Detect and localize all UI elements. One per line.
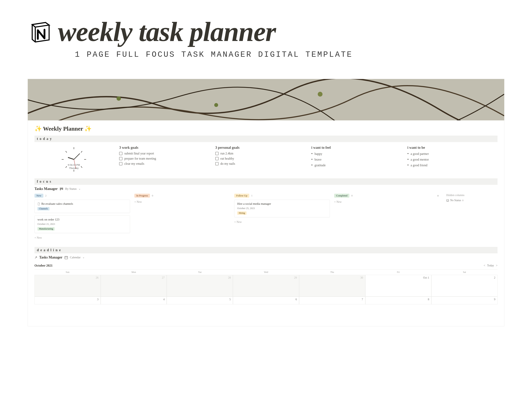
page-title[interactable]: ✨ Weekly Planner ✨	[34, 125, 498, 132]
svg-line-11	[81, 166, 82, 168]
tasks-db-title: Tasks Manager	[34, 187, 58, 191]
no-status-label: No Status	[450, 199, 461, 202]
calendar-day-header: Tue	[167, 270, 233, 275]
new-card-button[interactable]: + New	[234, 220, 330, 224]
calendar-cell[interactable]: 26	[34, 275, 101, 297]
bullet-item[interactable]: a good mentor	[407, 158, 496, 162]
bullet-text: gratitude	[315, 164, 326, 167]
calendar-cell[interactable]: 2	[431, 275, 498, 297]
calendar-day-header: Wed	[233, 270, 299, 275]
hidden-col-label: Hidden columns	[446, 194, 498, 197]
bullet-item[interactable]: brave	[311, 158, 399, 162]
today-col-feel: i want to feel happybravegratitude	[311, 146, 399, 170]
hidden-columns[interactable]: Hidden columnsNo Status 0	[446, 194, 498, 240]
clock-day: Thursday	[68, 166, 80, 170]
linked-db-icon	[34, 256, 37, 259]
page-icon	[38, 203, 40, 205]
checkbox-icon[interactable]	[119, 162, 122, 165]
tray-icon	[446, 199, 449, 202]
page-cover[interactable]	[28, 79, 504, 120]
calendar-view-label[interactable]: Calendar	[70, 256, 81, 259]
bullet-item[interactable]: a good friend	[407, 163, 496, 167]
new-card-button[interactable]: + New	[334, 200, 430, 204]
calendar-day-header: Thu	[299, 270, 365, 275]
board-card[interactable]: Hire a social media managerOctober 25, 2…	[234, 200, 330, 217]
add-column-button[interactable]: +	[434, 194, 442, 240]
card-date: October 25, 2021	[237, 207, 327, 210]
svg-line-8	[66, 151, 67, 152]
calendar-cell[interactable]: 7	[299, 297, 365, 304]
todo-item[interactable]: prepare for team meeting	[119, 157, 208, 160]
calendar-day-header: Sat	[431, 270, 498, 275]
calendar-cell[interactable]: 29	[233, 275, 299, 297]
chevron-down-icon[interactable]: ⌄	[82, 256, 84, 259]
feel-heading: i want to feel	[311, 146, 399, 150]
svg-rect-17	[62, 188, 63, 190]
status-count: 0	[351, 194, 353, 197]
deadline-db-header[interactable]: Tasks Manager Calendar ⌄	[34, 253, 498, 262]
status-pill[interactable]: Completed	[334, 194, 349, 198]
status-pill[interactable]: In Progress	[134, 194, 150, 198]
chevron-down-icon[interactable]: ⌄	[79, 187, 81, 190]
todo-item[interactable]: submit final year report	[119, 152, 208, 155]
page-title-text: Weekly Planner	[43, 125, 83, 132]
todo-item[interactable]: clear my emails	[119, 162, 208, 165]
todo-item[interactable]: eat healthy	[215, 157, 304, 160]
calendar-cell[interactable]: 3	[34, 297, 101, 304]
personal-goals-heading: 3 personal goals	[215, 146, 304, 150]
svg-line-9	[81, 151, 82, 152]
notion-logo-icon	[28, 19, 53, 44]
status-pill[interactable]: New	[34, 194, 43, 198]
todo-item[interactable]: do my nails	[215, 162, 304, 165]
board-view-icon	[60, 187, 63, 191]
status-pill[interactable]: Follow Up	[234, 194, 249, 198]
notion-page: ✨ Weekly Planner ✨ today	[28, 79, 504, 326]
section-today: today	[34, 136, 498, 142]
status-count: 2	[45, 194, 47, 197]
tasks-view-label[interactable]: By Status	[65, 187, 77, 190]
calendar-cell[interactable]: 9	[431, 297, 498, 304]
bullet-item[interactable]: a good partner	[407, 152, 496, 156]
hero-title: weekly task planner	[58, 16, 276, 47]
calendar-cell[interactable]: 4	[101, 297, 167, 304]
card-title: work on order 123	[38, 218, 59, 221]
new-card-button[interactable]: + New	[34, 235, 130, 240]
calendar-cell[interactable]: 27	[101, 275, 167, 297]
svg-line-13	[68, 158, 74, 159]
calendar-day-header: Mon	[101, 270, 167, 275]
be-heading: i want to be	[407, 146, 496, 150]
hero-title-row: weekly task planner	[28, 16, 504, 47]
calendar-cell[interactable]: 6	[233, 297, 299, 304]
card-tag: Hiring	[237, 211, 247, 215]
svg-line-12	[74, 153, 80, 159]
checkbox-icon[interactable]	[119, 152, 122, 155]
calendar-next[interactable]: >	[496, 264, 498, 267]
calendar-today-button[interactable]: Today	[487, 264, 494, 267]
bullet-text: a good mentor	[411, 158, 429, 161]
checkbox-icon[interactable]	[119, 157, 122, 160]
board-card[interactable]: Re-evaluate sales channelsChannels	[34, 200, 130, 213]
checkbox-icon[interactable]	[215, 157, 219, 160]
calendar-cell[interactable]: 5	[167, 297, 233, 304]
todo-item[interactable]: run 2.4km	[215, 152, 304, 155]
svg-rect-15	[60, 188, 61, 190]
deadline-db-title: Tasks Manager	[39, 255, 63, 260]
board-card[interactable]: work on order 123October 21, 2021Manufac…	[34, 215, 130, 233]
card-title: Re-evaluate sales channels	[41, 202, 73, 205]
calendar-cell[interactable]: 8	[365, 297, 431, 304]
bullet-item[interactable]: gratitude	[311, 163, 399, 167]
new-card-button[interactable]: + New	[134, 200, 230, 204]
calendar-cell[interactable]: 28	[167, 275, 233, 297]
calendar-prev[interactable]: <	[483, 264, 485, 267]
calendar-cell[interactable]: 30	[299, 275, 365, 297]
calendar-month: October 2021	[34, 264, 53, 267]
todo-text: prepare for team meeting	[124, 157, 156, 160]
svg-point-2	[214, 103, 218, 107]
calendar-day-header: Fri	[365, 270, 431, 275]
checkbox-icon[interactable]	[215, 162, 219, 165]
bullet-item[interactable]: happy	[311, 152, 399, 156]
card-tag: Manufacturing	[38, 227, 55, 231]
calendar-cell[interactable]: Oct 1	[365, 275, 431, 297]
tasks-db-header[interactable]: Tasks Manager By Status ⌄	[34, 185, 498, 194]
checkbox-icon[interactable]	[215, 152, 219, 155]
